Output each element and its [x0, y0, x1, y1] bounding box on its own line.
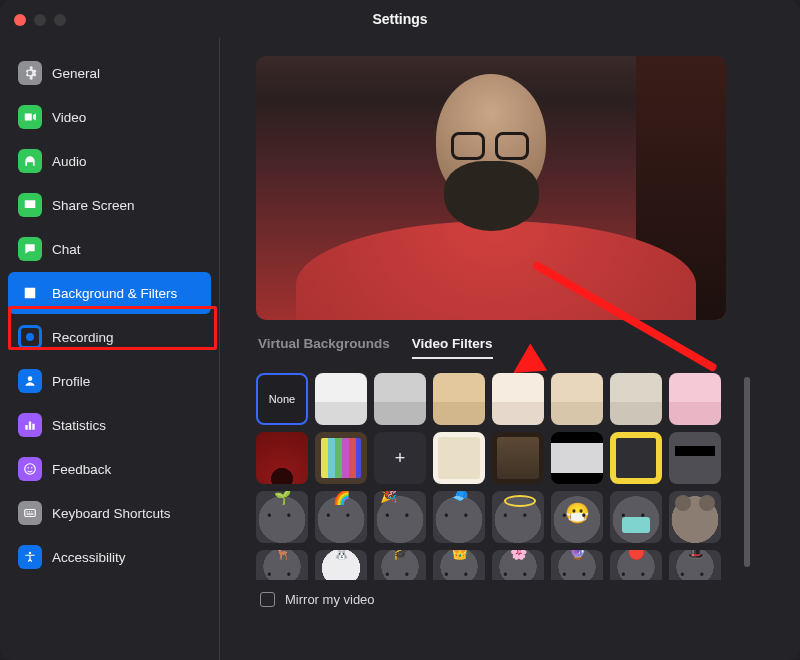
sidebar-item-share-screen[interactable]: Share Screen [8, 184, 211, 226]
settings-panel-background-filters: Virtual Backgrounds Video Filters None [220, 38, 800, 660]
filter-tile[interactable] [551, 550, 603, 580]
bar-chart-icon [18, 413, 42, 437]
filter-tile[interactable] [433, 432, 485, 484]
sidebar-item-profile[interactable]: Profile [8, 360, 211, 402]
filter-tile[interactable] [610, 373, 662, 425]
video-filter-grid: None [256, 373, 726, 580]
sidebar-item-label: Audio [52, 154, 87, 169]
filter-tile[interactable] [610, 491, 662, 543]
sidebar-item-label: Keyboard Shortcuts [52, 506, 171, 521]
filter-tile[interactable] [492, 550, 544, 580]
settings-window: Settings General Video Audio Share Scree… [0, 0, 800, 660]
window-zoom-button[interactable] [54, 14, 66, 26]
window-title: Settings [372, 11, 427, 27]
sidebar-item-label: Recording [52, 330, 114, 345]
sidebar-item-label: Accessibility [52, 550, 126, 565]
sidebar-item-video[interactable]: Video [8, 96, 211, 138]
filter-tile[interactable] [433, 373, 485, 425]
window-minimize-button[interactable] [34, 14, 46, 26]
sidebar-item-label: Share Screen [52, 198, 135, 213]
svg-point-2 [27, 467, 29, 469]
accessibility-icon [18, 545, 42, 569]
sidebar-item-label: Background & Filters [52, 286, 177, 301]
sidebar-item-label: Chat [52, 242, 81, 257]
sidebar-item-recording[interactable]: Recording [8, 316, 211, 358]
gear-icon [18, 61, 42, 85]
filter-none[interactable]: None [256, 373, 308, 425]
person-background-icon [18, 281, 42, 305]
keyboard-icon [18, 501, 42, 525]
video-preview [256, 56, 726, 320]
filter-tile[interactable] [492, 432, 544, 484]
filters-scrollbar[interactable] [744, 377, 750, 567]
filter-tile[interactable] [256, 491, 308, 543]
filter-tile[interactable] [315, 550, 367, 580]
filter-none-label: None [269, 393, 295, 405]
filter-tile[interactable] [669, 373, 721, 425]
filter-tile[interactable] [433, 491, 485, 543]
video-camera-icon [18, 105, 42, 129]
filter-tile[interactable] [315, 432, 367, 484]
headphones-icon [18, 149, 42, 173]
filter-tile[interactable] [256, 432, 308, 484]
filter-tile[interactable] [669, 550, 721, 580]
person-icon [18, 369, 42, 393]
filter-tile[interactable] [315, 373, 367, 425]
svg-point-3 [31, 467, 33, 469]
smiley-icon [18, 457, 42, 481]
sidebar-item-label: Feedback [52, 462, 111, 477]
filter-tile[interactable] [551, 432, 603, 484]
sidebar-item-statistics[interactable]: Statistics [8, 404, 211, 446]
filter-tile[interactable] [315, 491, 367, 543]
sidebar-item-background-filters[interactable]: Background & Filters [8, 272, 211, 314]
svg-rect-4 [25, 510, 36, 517]
sidebar-item-accessibility[interactable]: Accessibility [8, 536, 211, 578]
filter-tile[interactable] [669, 491, 721, 543]
window-close-button[interactable] [14, 14, 26, 26]
recording-icon [18, 325, 42, 349]
sidebar-item-label: Profile [52, 374, 90, 389]
filter-tile[interactable] [610, 432, 662, 484]
mirror-video-option[interactable]: Mirror my video [260, 592, 772, 607]
filter-tile[interactable] [374, 432, 426, 484]
sidebar-item-label: Statistics [52, 418, 106, 433]
filter-tile[interactable] [492, 491, 544, 543]
filter-tile[interactable] [551, 491, 603, 543]
filter-tile[interactable] [669, 432, 721, 484]
filter-tile[interactable] [433, 550, 485, 580]
svg-point-1 [25, 464, 36, 475]
sidebar-item-feedback[interactable]: Feedback [8, 448, 211, 490]
share-screen-icon [18, 193, 42, 217]
chat-bubble-icon [18, 237, 42, 261]
svg-point-0 [28, 376, 33, 381]
sidebar-item-keyboard-shortcuts[interactable]: Keyboard Shortcuts [8, 492, 211, 534]
sidebar-item-label: Video [52, 110, 86, 125]
settings-sidebar: General Video Audio Share Screen Chat Ba… [0, 38, 220, 660]
mirror-video-label: Mirror my video [285, 592, 375, 607]
tab-virtual-backgrounds[interactable]: Virtual Backgrounds [258, 336, 390, 359]
mirror-video-checkbox[interactable] [260, 592, 275, 607]
sidebar-item-chat[interactable]: Chat [8, 228, 211, 270]
tab-video-filters[interactable]: Video Filters [412, 336, 493, 359]
filter-tile[interactable] [374, 491, 426, 543]
filter-tile[interactable] [551, 373, 603, 425]
sidebar-item-label: General [52, 66, 100, 81]
filter-tile[interactable] [374, 550, 426, 580]
filter-tile[interactable] [374, 373, 426, 425]
titlebar: Settings [0, 0, 800, 38]
filter-tile[interactable] [610, 550, 662, 580]
sidebar-item-audio[interactable]: Audio [8, 140, 211, 182]
sidebar-item-general[interactable]: General [8, 52, 211, 94]
svg-point-5 [29, 552, 31, 554]
filter-tile[interactable] [256, 550, 308, 580]
